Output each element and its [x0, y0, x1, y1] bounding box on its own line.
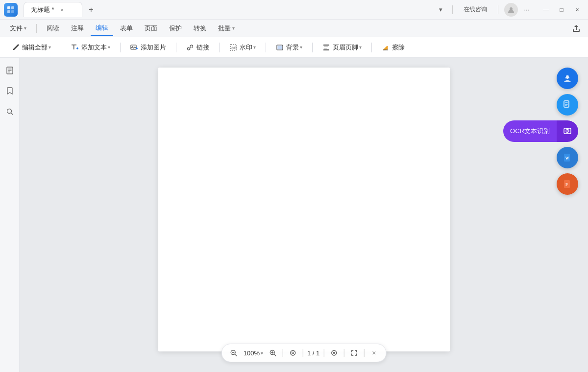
- document-tools-button[interactable]: [557, 94, 578, 116]
- menu-item-read[interactable]: 阅读: [42, 22, 64, 35]
- zoom-sep2: [303, 349, 303, 357]
- read-label: 阅读: [47, 24, 59, 33]
- menu-item-protect[interactable]: 保护: [164, 22, 187, 35]
- ppt-export-button[interactable]: P: [557, 173, 578, 195]
- header-footer-icon: [322, 44, 330, 51]
- titlebar-sep: [452, 5, 453, 14]
- menu-item-edit[interactable]: 编辑: [91, 21, 113, 36]
- zoom-fit-button[interactable]: [328, 347, 340, 359]
- menu-separator: [36, 24, 37, 33]
- new-tab-button[interactable]: +: [84, 3, 98, 17]
- pages-panel-button[interactable]: [3, 64, 17, 77]
- menu-item-batch[interactable]: 批量 ▾: [213, 22, 240, 35]
- add-text-button[interactable]: 添加文本 ▾: [66, 41, 115, 54]
- svg-rect-20: [324, 48, 327, 48]
- sidebar: [0, 58, 20, 372]
- export-button[interactable]: [569, 22, 583, 35]
- zoom-sep5: [364, 349, 364, 357]
- more-options-button[interactable]: ···: [522, 5, 531, 14]
- titlebar-left: 无标题 * × +: [4, 2, 98, 17]
- main-layout: OCR文本识别 W: [0, 58, 588, 372]
- zoom-sep3: [323, 349, 324, 357]
- word-export-button[interactable]: W: [557, 147, 578, 168]
- menubar: 文件 ▾ 阅读 注释 编辑 表单 页面 保护 转换 批量 ▾: [0, 20, 588, 37]
- text-add-icon: [71, 44, 79, 51]
- zoom-dropdown-arrow: ▾: [261, 350, 263, 356]
- link-button[interactable]: 链接: [181, 41, 214, 54]
- svg-text:P: P: [565, 183, 568, 187]
- batch-label: 批量: [218, 24, 231, 33]
- document-page: [158, 68, 450, 351]
- close-button[interactable]: ×: [570, 3, 584, 17]
- watermark-button[interactable]: 水印 水印 ▾: [224, 41, 261, 54]
- zoom-in-button[interactable]: [267, 347, 279, 359]
- erase-button[interactable]: 擦除: [377, 41, 410, 54]
- maximize-button[interactable]: □: [555, 3, 568, 17]
- toolbar-sep2: [120, 43, 121, 52]
- svg-point-29: [565, 76, 566, 77]
- add-image-button[interactable]: 添加图片: [125, 41, 171, 54]
- minimize-button[interactable]: —: [539, 3, 553, 17]
- svg-line-49: [274, 354, 276, 356]
- header-footer-arrow: ▾: [359, 45, 362, 50]
- watermark-icon: 水印: [229, 44, 237, 51]
- bookmark-panel-button[interactable]: [3, 84, 17, 98]
- tab-bar: 无标题 * × +: [24, 2, 98, 17]
- zoom-sep1: [283, 349, 283, 357]
- dropdown-arrow-button[interactable]: ▾: [435, 4, 446, 16]
- titlebar-sep2: [498, 5, 498, 14]
- fit-page-button[interactable]: [287, 347, 299, 359]
- tab-title: 无标题 *: [31, 5, 54, 14]
- zoom-bar: 100% ▾ 1 / 1: [221, 344, 387, 362]
- svg-point-55: [333, 352, 335, 354]
- svg-rect-3: [11, 10, 14, 13]
- svg-rect-16: [278, 46, 282, 49]
- tab-close-button[interactable]: ×: [58, 6, 66, 14]
- svg-rect-6: [74, 45, 74, 49]
- menu-item-file[interactable]: 文件 ▾: [5, 22, 31, 35]
- header-footer-button[interactable]: 页眉页脚 ▾: [318, 41, 367, 54]
- svg-rect-9: [131, 45, 136, 49]
- menu-item-page[interactable]: 页面: [140, 22, 162, 35]
- menu-item-annotate[interactable]: 注释: [66, 22, 89, 35]
- toolbar: 编辑全部 ▾ 添加文本 ▾ 添加图片 链接: [0, 37, 588, 58]
- edit-all-arrow: ▾: [49, 45, 51, 50]
- background-button[interactable]: 背景 ▾: [271, 41, 307, 54]
- edit-all-button[interactable]: 编辑全部 ▾: [7, 41, 56, 54]
- toolbar-sep6: [312, 43, 313, 52]
- svg-rect-0: [7, 6, 10, 9]
- annotate-label: 注释: [71, 24, 84, 33]
- svg-rect-38: [566, 128, 569, 129]
- toolbar-sep1: [61, 43, 61, 52]
- svg-rect-18: [323, 49, 329, 50]
- convert-label: 转换: [194, 24, 206, 33]
- search-panel-button[interactable]: [3, 105, 17, 118]
- file-label: 文件: [10, 24, 23, 33]
- background-icon: [276, 44, 284, 51]
- svg-rect-12: [136, 47, 137, 49]
- user-avatar[interactable]: [504, 3, 518, 17]
- ai-assistant-button[interactable]: [557, 68, 578, 89]
- batch-arrow: ▾: [232, 25, 235, 31]
- toolbar-sep4: [219, 43, 220, 52]
- zoom-value-display[interactable]: 100% ▾: [244, 349, 263, 357]
- edit-all-label: 编辑全部: [22, 43, 48, 52]
- fullscreen-button[interactable]: [348, 347, 360, 359]
- close-doc-button[interactable]: ×: [368, 347, 380, 359]
- document-area: OCR文本识别 W: [20, 58, 588, 372]
- online-consult-button[interactable]: 在线咨询: [459, 3, 492, 16]
- zoom-out-button[interactable]: [228, 347, 240, 359]
- page-label: 页面: [145, 24, 157, 33]
- zoom-sep4: [343, 349, 344, 357]
- menu-item-form[interactable]: 表单: [115, 22, 138, 35]
- active-tab[interactable]: 无标题 * ×: [24, 2, 82, 17]
- background-label: 背景: [286, 43, 299, 52]
- svg-text:W: W: [565, 156, 569, 161]
- ocr-icon-button[interactable]: [557, 120, 578, 142]
- menu-item-convert[interactable]: 转换: [189, 22, 211, 35]
- add-image-label: 添加图片: [141, 43, 166, 52]
- window-controls: — □ ×: [539, 3, 584, 17]
- ocr-text-button[interactable]: OCR文本识别: [503, 120, 557, 142]
- edit-label: 编辑: [96, 23, 108, 32]
- toolbar-sep3: [176, 43, 176, 52]
